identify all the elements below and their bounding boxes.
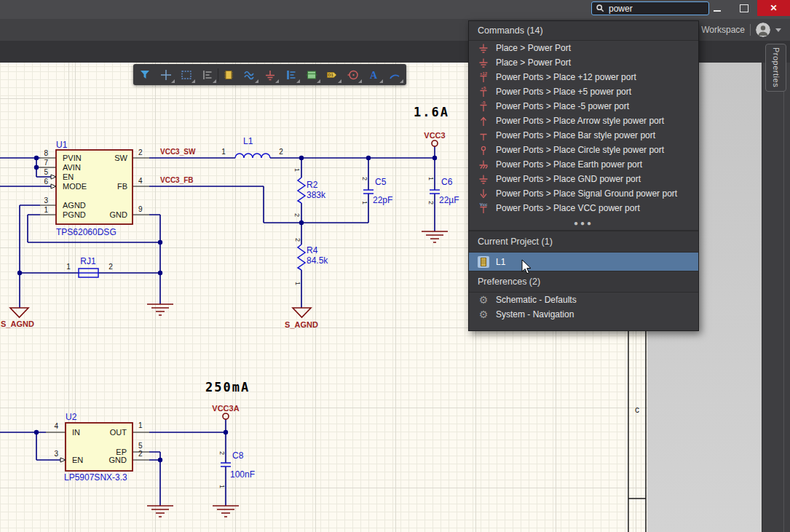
svg-text:383k: 383k	[307, 190, 326, 200]
active-bar: D1 A	[133, 64, 406, 85]
command-item[interactable]: -5 Power Ports > Place -5 power port	[469, 99, 698, 114]
command-item[interactable]: Place > Power Port	[469, 55, 698, 70]
tab-properties[interactable]: Properties	[765, 44, 786, 92]
svg-text:+5: +5	[481, 86, 487, 90]
crosshair-icon[interactable]	[155, 64, 175, 85]
svg-text:100nF: 100nF	[230, 469, 255, 480]
component-l1[interactable]: L1 1 2	[221, 136, 283, 158]
align-icon[interactable]	[197, 64, 217, 85]
show-more-button[interactable]: ●●●	[469, 215, 698, 231]
place-harness-icon[interactable]	[280, 64, 301, 85]
svg-text:EN: EN	[72, 456, 83, 464]
component-u1[interactable]: U1 TPS62060DSG PVIN AVIN EN MODE AGND PG…	[44, 140, 143, 237]
command-item[interactable]: +12 Power Ports > Place +12 power port	[469, 70, 698, 84]
svg-text:2: 2	[108, 263, 113, 271]
plus5-power-port-icon: +5	[478, 86, 489, 98]
command-label: Power Ports > Place GND power port	[496, 174, 641, 184]
project-result-l1[interactable]: L1	[469, 253, 698, 271]
place-wire-icon[interactable]	[239, 64, 259, 85]
net-label-vcc3-fb[interactable]: VCC3_FB	[160, 176, 194, 184]
svg-text:2: 2	[294, 238, 301, 242]
svg-text:GND: GND	[109, 456, 127, 464]
gnd-symbol[interactable]	[147, 506, 173, 517]
svg-text:U2: U2	[66, 412, 77, 422]
command-item[interactable]: Place > Power Port	[469, 41, 698, 55]
svg-text:PGND: PGND	[63, 210, 86, 219]
command-label: Power Ports > Place Signal Ground power …	[496, 188, 677, 199]
svg-text:5: 5	[44, 168, 48, 176]
minus5-power-port-icon: -5	[478, 100, 489, 112]
power-port-vcc3a[interactable]: VCC3A	[212, 404, 239, 419]
svg-text:9: 9	[138, 205, 143, 213]
workspace-label: y Workspace	[695, 25, 745, 35]
workspace-area[interactable]: y Workspace	[695, 19, 790, 41]
component-c6[interactable]: C6 22µF 1 2	[422, 177, 459, 242]
earth-power-port-icon	[478, 159, 489, 170]
svg-text:2: 2	[138, 450, 143, 458]
power-port-sagnd-left[interactable]: S_AGND	[1, 308, 34, 328]
minimize-button[interactable]	[703, 0, 731, 16]
command-item[interactable]: Power Ports > Place Circle style power p…	[469, 143, 698, 157]
svg-text:RJ1: RJ1	[80, 256, 96, 266]
arrow-power-port-icon	[478, 115, 489, 127]
svg-text:2: 2	[427, 201, 435, 205]
power-port-sagnd-right[interactable]: S_AGND	[285, 308, 318, 329]
command-item[interactable]: Vcc Power Ports > Place VCC power port	[469, 201, 698, 215]
component-u2[interactable]: U2 LP5907SNX-3.3 IN EN OUT EP GND 4 3 1 …	[54, 412, 143, 483]
svg-text:LP5907SNX-3.3: LP5907SNX-3.3	[64, 472, 127, 483]
preferences-section-header: Preferences (2)	[469, 271, 698, 293]
signal-ground-power-port-icon	[478, 188, 489, 199]
preference-item[interactable]: ⚙ Schematic - Defaults	[469, 293, 698, 307]
svg-text:C5: C5	[375, 177, 387, 187]
svg-text:2: 2	[279, 148, 283, 156]
component-rj1[interactable]: RJ1 1 2	[66, 256, 113, 277]
svg-text:OUT: OUT	[110, 428, 127, 437]
svg-text:U1: U1	[56, 140, 68, 150]
svg-text:84.5k: 84.5k	[307, 255, 328, 266]
place-component-icon[interactable]	[218, 64, 239, 85]
place-text-icon[interactable]: A	[363, 64, 384, 85]
svg-text:2: 2	[138, 148, 143, 156]
preference-item[interactable]: ⚙ System - Navigation	[469, 307, 698, 322]
close-button[interactable]: ✕	[757, 0, 790, 16]
search-input[interactable]	[609, 4, 682, 14]
component-r4[interactable]: R4 84.5k 2 1	[294, 238, 328, 285]
command-label: Power Ports > Place Bar style power port	[496, 130, 655, 140]
current-project-section-header: Current Project (1)	[469, 231, 698, 253]
power-port-vcc3[interactable]: VCC3	[424, 131, 445, 146]
svg-text:VCC3A: VCC3A	[212, 404, 239, 413]
global-search[interactable]	[591, 1, 709, 15]
command-item[interactable]: Power Ports > Place Earth power port	[469, 157, 698, 172]
chevron-down-icon[interactable]	[775, 28, 781, 32]
component-r2[interactable]: R2 383k 1 2	[293, 168, 326, 217]
no-erc-icon[interactable]	[343, 64, 363, 85]
svg-text:D1: D1	[328, 73, 334, 77]
component-c8[interactable]: C8 100nF 2 1	[213, 450, 255, 517]
svg-text:1: 1	[293, 168, 301, 172]
command-item[interactable]: Power Ports > Place Signal Ground power …	[469, 186, 698, 201]
command-item[interactable]: Power Ports > Place Arrow style power po…	[469, 114, 698, 128]
maximize-button[interactable]	[731, 0, 757, 16]
component-c5[interactable]: C5 22pF 2 1	[361, 177, 392, 205]
preference-label: Schematic - Defaults	[496, 295, 577, 305]
place-arc-icon[interactable]	[384, 64, 405, 85]
place-sheet-symbol-icon[interactable]	[301, 64, 322, 85]
filter-icon[interactable]	[135, 64, 155, 85]
selection-rect-icon[interactable]	[176, 64, 197, 85]
net-label-vcc3-sw[interactable]: VCC3_SW	[160, 148, 196, 156]
gnd-symbol	[213, 506, 239, 517]
command-item[interactable]: Power Ports > Place Bar style power port	[469, 128, 698, 143]
svg-text:IN: IN	[72, 428, 80, 437]
svg-text:7: 7	[44, 159, 48, 167]
user-avatar[interactable]	[756, 23, 770, 37]
gnd-symbol	[422, 231, 448, 242]
command-item[interactable]: +5 Power Ports > Place +5 power port	[469, 84, 698, 99]
place-directive-icon[interactable]: D1	[322, 64, 342, 85]
svg-text:L1: L1	[243, 136, 253, 146]
gnd-symbol[interactable]	[147, 304, 173, 315]
svg-text:R2: R2	[307, 180, 318, 190]
mouse-cursor	[521, 259, 533, 275]
commands-section-header: Commands (14)	[469, 21, 698, 41]
command-item[interactable]: Power Ports > Place GND power port	[469, 172, 698, 186]
place-power-port-icon[interactable]	[260, 64, 280, 85]
